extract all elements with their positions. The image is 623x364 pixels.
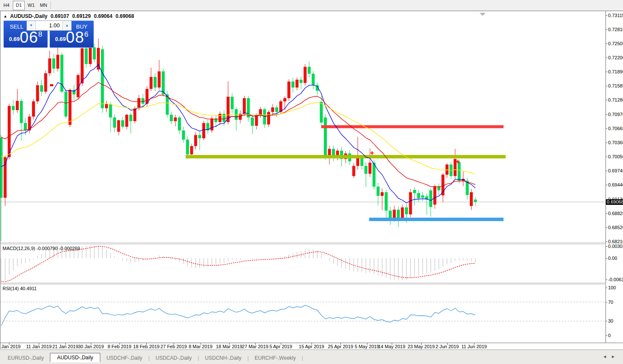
price-axis-label: 0.71890 <box>608 69 623 74</box>
tab-audusd-daily[interactable]: AUDUSD-,Daily <box>50 353 101 362</box>
price-axis-label: 0.71585 <box>608 83 623 88</box>
rsi-value: 40.4911 <box>20 286 37 291</box>
date-axis-label: 2 Jan 2019 <box>0 344 20 349</box>
macd-main-value: -0.000790 <box>36 246 58 251</box>
macd-tick <box>606 246 607 247</box>
macd-signal-value: -0.000269 <box>59 246 80 251</box>
macd-tick <box>606 280 607 280</box>
tab-usdchf-daily[interactable]: USDCHF-,Daily <box>100 354 148 362</box>
tab-eurchf-weekly[interactable]: EURCHF-,Weekly <box>249 354 302 362</box>
rsi-axis-label: 70 <box>608 300 613 305</box>
macd-tick <box>606 258 607 259</box>
rsi-line <box>1 305 476 326</box>
tab-scroll-arrows[interactable]: ◄► <box>603 354 620 359</box>
tab-usdcnh-daily[interactable]: USDCNH-,Daily <box>199 354 247 362</box>
chart-canvas[interactable] <box>0 0 623 364</box>
volume-increase-icon[interactable]: ▲ <box>62 21 71 30</box>
ohlc-high: 0.69129 <box>72 13 90 19</box>
volume-input[interactable]: 1.00 <box>36 21 62 30</box>
support-line <box>369 218 504 221</box>
trade-marker-icon <box>50 84 53 86</box>
rsi-label: RSI(14) 40.4911 <box>3 286 37 291</box>
scroll-left-icon[interactable]: ◄ <box>603 354 611 359</box>
macd-axis-label: -0.006311 <box>608 277 623 282</box>
rsi-tick <box>606 335 607 336</box>
pivot-line <box>186 155 506 158</box>
date-axis-label: 18 Mar 2019 <box>216 344 242 349</box>
rsi-axis-label: 100 <box>608 285 616 290</box>
price-axis-label: 0.70050 <box>608 154 623 159</box>
volume-decrease-icon[interactable]: ▼ <box>27 21 36 30</box>
trade-marker-icon <box>370 151 374 155</box>
price-tick <box>606 128 607 129</box>
date-axis-label: 30 Jan 2019 <box>78 344 104 349</box>
date-axis-label: 14 May 2019 <box>378 344 405 349</box>
rsi-tick <box>606 302 607 303</box>
price-tick <box>606 185 607 185</box>
rsi-axis-label: 0 <box>608 333 611 338</box>
date-axis-label: 8 Mar 2019 <box>189 344 213 349</box>
slow-ma <box>1 102 476 174</box>
chart-title: ▲ AUDUSD-,Daily 0.69107 0.69129 0.69064 … <box>3 13 136 19</box>
ohlc-close: 0.69068 <box>116 13 134 19</box>
volume-control: ▼ 1.00 ▲ <box>26 20 72 31</box>
date-axis-label: 11 Jan 2019 <box>26 344 52 349</box>
macd-rsi-splitter[interactable] <box>0 283 606 283</box>
symbol-name: AUDUSD-,Daily <box>10 13 47 19</box>
price-axis-label: 0.71280 <box>608 97 623 102</box>
price-tick <box>606 44 607 44</box>
date-axis-label: 21 Jan 2019 <box>52 344 79 349</box>
scroll-right-icon[interactable]: ► <box>611 354 620 359</box>
date-axis-label: 11 Jun 2019 <box>461 344 487 349</box>
price-axis-label: 0.68825 <box>608 211 623 216</box>
current-price-badge: 0.69068 <box>606 199 623 205</box>
candlestick-series <box>0 39 477 241</box>
price-axis-label: 0.72505 <box>608 41 623 46</box>
price-tick <box>606 213 607 214</box>
resistance-line <box>321 125 504 128</box>
date-axis-label: 5 Apr 2019 <box>269 344 292 349</box>
macd-signal-line <box>1 246 476 282</box>
price-axis-divider[interactable] <box>606 11 606 343</box>
one-click-collapse-icon[interactable]: ▲ <box>3 14 7 18</box>
date-axis-label: 15 Apr 2019 <box>299 344 324 349</box>
chart-tabs: EURUSD-,DailyAUDUSD-,DailyUSDCHF-,Daily|… <box>2 352 303 362</box>
price-axis-label: 0.72810 <box>608 27 623 32</box>
rsi-tick <box>606 288 607 288</box>
sell-price: 0.69068 <box>4 29 47 47</box>
price-axis-label: 0.70665 <box>608 126 623 131</box>
one-click-trading-panel: SELL 0.69068 BUY 0.69086 ▼ 1.00 ▲ <box>3 20 94 48</box>
date-axis-label: 5 May 2019 <box>355 344 379 349</box>
macd-label: MACD(12,26,9) -0.000790 -0.000269 <box>3 246 80 251</box>
chart-shift-icon[interactable] <box>480 13 486 16</box>
chart-window-top-border <box>0 11 623 11</box>
price-tick <box>606 29 607 30</box>
mid-ma <box>1 82 476 187</box>
rsi-tick <box>606 321 607 321</box>
tab-eurusd-daily[interactable]: EURUSD-,Daily <box>2 354 50 362</box>
fast-ma <box>1 64 476 203</box>
price-axis-label: 0.70970 <box>608 112 623 117</box>
price-tick <box>606 15 607 16</box>
price-tick <box>606 86 607 86</box>
macd-rsi-splitter-groove <box>0 284 606 285</box>
macd-axis-label: 0.003035 <box>608 244 623 249</box>
tab-usdcad-daily[interactable]: USDCAD-,Daily <box>150 354 198 362</box>
tab-separator: | <box>302 354 303 362</box>
price-tick <box>606 143 607 143</box>
date-axis-label: 18 Feb 2019 <box>133 344 160 349</box>
date-axis-label: 27 Feb 2019 <box>160 344 187 349</box>
ohlc-open: 0.69107 <box>51 13 69 19</box>
date-axis-label: 23 May 2019 <box>408 344 435 349</box>
price-tick <box>606 227 607 228</box>
price-axis-label: 0.69745 <box>608 168 623 173</box>
price-tick <box>606 58 607 58</box>
price-tick <box>606 157 607 157</box>
price-axis-label: 0.72200 <box>608 55 623 60</box>
price-tick <box>606 242 607 242</box>
price-tick <box>606 114 607 115</box>
mt4-terminal: H4D1W1MN ▲ AUDUSD-,Daily 0.69107 0.69129… <box>0 0 623 364</box>
ohlc-low: 0.69064 <box>94 13 112 19</box>
main-macd-splitter[interactable] <box>0 243 606 243</box>
date-axis-label: 2 Jun 2019 <box>436 344 459 349</box>
